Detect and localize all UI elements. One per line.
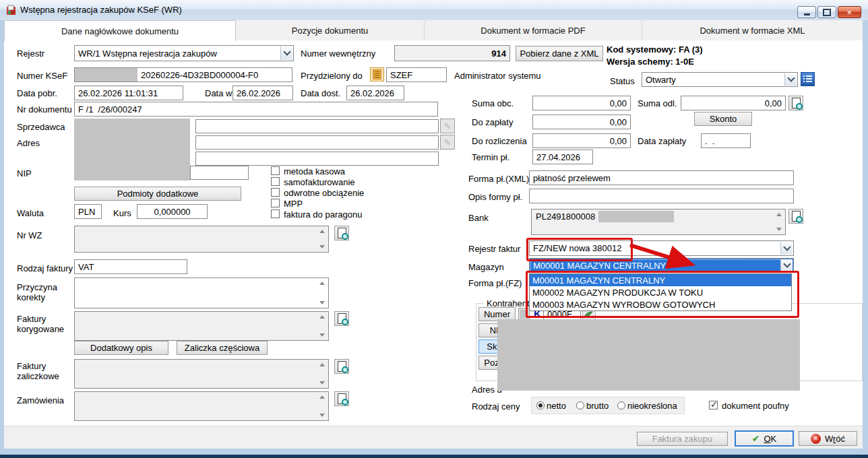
title-bar: Wstępna rejestracja zakupów KSeF (WR) ✕ — [0, 0, 868, 21]
przydzielony-description: Administrator systemu — [454, 71, 541, 81]
przyczyna-korekty-field[interactable] — [74, 277, 329, 308]
brutto-radio[interactable] — [576, 401, 584, 410]
zamowienia-field[interactable] — [74, 391, 329, 421]
suma-odl-field[interactable]: 0,00 — [681, 96, 786, 110]
forma-pl-xml-field[interactable]: płatność przelewem — [529, 170, 794, 185]
nr-wz-label: Nr WZ — [17, 230, 42, 240]
tab-pozycje[interactable]: Pozycje dokumentu — [236, 20, 425, 40]
mpp-checkbox[interactable] — [271, 199, 280, 207]
nr-wz-field[interactable] — [74, 226, 329, 253]
wroc-button[interactable]: ✕Wróć — [799, 431, 857, 446]
close-button[interactable]: ✕ — [838, 6, 861, 18]
redaction-box — [497, 319, 800, 391]
magazyn-combobox[interactable]: M00001 MAGAZYN CENTRALNY — [529, 258, 794, 273]
faktura-do-paragonu-checkbox[interactable] — [271, 209, 280, 218]
do-zaplaty-field[interactable]: 0,00 — [532, 115, 631, 129]
notebook-icon[interactable] — [370, 67, 384, 81]
window-title: Wstępna rejestracja zakupów KSeF (WR) — [20, 5, 182, 15]
tab-pdf[interactable]: Dokument w formacie PDF — [425, 20, 642, 40]
netto-radio[interactable] — [536, 401, 545, 410]
dokument-poufny-checkbox[interactable] — [709, 401, 718, 410]
skonto-button[interactable]: Skonto — [694, 112, 752, 126]
cancel-x-icon: ✕ — [811, 434, 821, 444]
nieokreslona-radio[interactable] — [617, 401, 625, 410]
data-wytworzenia-field[interactable]: 26.02.2026 — [232, 86, 293, 100]
tab-dane-naglowkowe[interactable]: Dane nagłówkowe dokumentu — [4, 20, 236, 41]
spinner[interactable] — [317, 227, 327, 251]
pobierz-dane-z-xml-button[interactable]: Pobierz dane z XML — [516, 46, 603, 61]
faktury-zaliczkowe-field[interactable] — [74, 359, 329, 389]
spinner[interactable] — [317, 360, 327, 387]
faktury-korygowane-label: Faktury korygowane — [17, 314, 71, 334]
magazyn-option-2[interactable]: M00002 MAGAZYN PRODUKCJA W TOKU — [530, 286, 791, 298]
data-zaplaty-field[interactable]: . . — [701, 133, 751, 148]
do-rozliczenia-field[interactable]: 0,00 — [532, 133, 631, 148]
magazyn-option-1[interactable]: M00001 MAGAZYN CENTRALNY — [530, 274, 791, 286]
tab-xml[interactable]: Dokument w formacie XML — [642, 20, 863, 40]
data-pobrania-field[interactable]: 26.02.2026 11:01:31 — [74, 86, 183, 100]
suma-obc-field[interactable]: 0,00 — [532, 96, 631, 110]
kurs-field[interactable]: 0,000000 — [137, 204, 208, 219]
bank-label: Bank — [468, 213, 489, 223]
faktura-zakupu-button[interactable]: Faktura zakupu — [637, 432, 728, 446]
ok-button[interactable]: ✔OK — [735, 430, 794, 447]
faktury-korygowane-field[interactable] — [74, 311, 329, 341]
odwrotne-obciazenie-checkbox[interactable] — [271, 188, 280, 197]
rejestr-faktur-label: Rejestr faktur — [468, 244, 520, 254]
nr-dokumentu-field[interactable]: F /1 /26/000247 — [74, 102, 438, 117]
status-list-icon[interactable] — [801, 72, 815, 86]
document-search-icon[interactable] — [334, 391, 349, 406]
data-dostarczenia-field[interactable]: 26.02.2026 — [346, 86, 404, 100]
spinner[interactable] — [317, 313, 327, 339]
document-search-icon[interactable] — [334, 226, 349, 240]
adres-field-2[interactable] — [195, 152, 439, 166]
nieokreslona-label: nieokreślona — [627, 401, 677, 411]
chevron-down-icon[interactable] — [280, 46, 292, 60]
edit-pencil-icon[interactable]: ✎ — [440, 119, 455, 133]
spinner[interactable] — [317, 279, 327, 307]
rodzaj-faktury-label: Rodzaj faktury — [17, 263, 73, 273]
magazyn-dropdown-list: M00001 MAGAZYN CENTRALNY M00002 MAGAZYN … — [529, 273, 792, 311]
restore-button[interactable] — [817, 6, 836, 18]
numer-wewnetrzny-field: 914 — [394, 45, 510, 61]
document-search-icon[interactable] — [788, 96, 803, 110]
redaction-box — [598, 211, 674, 222]
termin-platnosci-field[interactable]: 27.04.2026 — [532, 150, 593, 164]
waluta-label: Waluta — [17, 208, 44, 218]
opis-formy-field[interactable] — [529, 189, 794, 203]
rejestr-faktur-combobox[interactable]: FZ/NEW nowa 380012 — [529, 240, 794, 256]
status-combobox[interactable]: Otwarty — [642, 72, 798, 87]
magazyn-option-3[interactable]: M00003 MAGAZYN WYROBOW GOTOWYCH — [530, 298, 791, 310]
rodzaj-ceny-label: Rodzaj ceny — [472, 401, 520, 412]
zaliczka-czesciowa-button[interactable]: Zaliczka częściowa — [177, 341, 268, 355]
document-search-icon[interactable] — [334, 359, 349, 374]
rejestr-combobox[interactable]: WR/1 Wstępna rejestracja zakupów — [74, 45, 294, 61]
document-search-icon[interactable] — [334, 311, 349, 326]
dodatkowy-opis-button[interactable]: Dodatkowy opis — [74, 341, 168, 355]
nip-field[interactable] — [190, 166, 249, 180]
sprzedawca-label: Sprzedawca — [17, 122, 65, 132]
chevron-down-icon[interactable] — [780, 259, 793, 271]
metoda-kasowa-checkbox[interactable] — [271, 166, 280, 175]
przydzielony-do-field[interactable]: SZEF — [386, 67, 447, 82]
waluta-field[interactable]: PLN — [74, 204, 102, 219]
minimize-button[interactable] — [797, 6, 816, 18]
spinner[interactable] — [774, 210, 784, 234]
adres-label: Adres — [17, 138, 40, 148]
sprzedawca-field[interactable] — [195, 119, 439, 133]
zamowienia-label: Zamówienia — [17, 395, 64, 405]
spinner[interactable] — [317, 393, 327, 420]
adres-field-1[interactable] — [195, 135, 439, 150]
document-search-icon[interactable] — [788, 209, 803, 224]
window-border-right — [863, 20, 868, 458]
forma-pl-xml-label: Forma pł.(XML) — [468, 174, 529, 184]
chevron-down-icon[interactable] — [784, 73, 797, 86]
przyczyna-korekty-label: Przyczyna korekty — [17, 282, 67, 302]
rodzaj-faktury-field[interactable]: VAT — [74, 259, 187, 274]
edit-pencil-icon[interactable]: ✎ — [440, 135, 455, 150]
check-icon: ✔ — [752, 433, 760, 444]
chevron-down-icon[interactable] — [780, 242, 793, 255]
podmioty-dodatkowe-button[interactable]: Podmioty dodatkowe — [74, 187, 241, 201]
samofakturowanie-checkbox[interactable] — [271, 177, 280, 186]
opis-formy-label: Opis formy pł. — [468, 192, 522, 202]
